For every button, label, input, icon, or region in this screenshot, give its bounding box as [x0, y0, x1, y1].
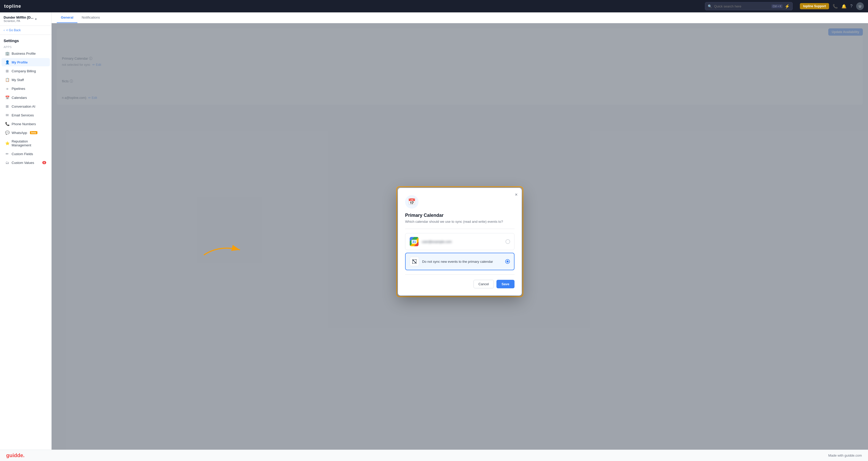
pipelines-icon: ⟛	[5, 87, 9, 91]
bottom-bar: guidde. Made with guidde.com	[0, 450, 868, 461]
sidebar-item-label: Reputation Management	[11, 140, 46, 147]
sidebar-item-label: Email Services	[11, 113, 34, 117]
email-services-icon: ✉	[5, 113, 9, 117]
settings-title: Settings	[0, 35, 51, 44]
sidebar-item-label: Custom Values	[11, 161, 34, 165]
help-icon[interactable]: ?	[850, 4, 852, 8]
no-sync-label: Do not sync new events to the primary ca…	[422, 260, 502, 264]
reputation-management-icon: ⭐	[5, 141, 9, 145]
conversation-ai-icon: ⊞	[5, 104, 9, 109]
my-profile-icon: 👤	[5, 60, 9, 64]
sidebar: Dunder Mifflin [D... Scranton, PA ▾ ‹ < …	[0, 12, 52, 461]
account-selector[interactable]: Dunder Mifflin [D... Scranton, PA ▾	[0, 12, 51, 26]
top-navigation: topline 🔍 Ctrl + K ⚡ topline Support 📞 🔔…	[0, 0, 868, 12]
modal-icon: 📅	[405, 195, 418, 209]
arrow-svg	[199, 240, 245, 260]
sidebar-item-label: Calendars	[11, 96, 27, 100]
company-billing-icon: ⊞	[5, 69, 9, 73]
modal-title: Primary Calendar	[405, 213, 515, 218]
sidebar-item-calendars[interactable]: 📅 Calendars	[2, 93, 50, 102]
calendar-icon: 📅	[408, 198, 416, 206]
modal-highlight-border: × 📅 Primary Calendar Which calendar shou…	[396, 186, 523, 297]
google-calendar-radio[interactable]	[505, 239, 510, 244]
modal-overlay: × 📅 Primary Calendar Which calendar shou…	[52, 23, 868, 460]
google-calendar-icon: 31	[409, 237, 419, 246]
sidebar-item-email-services[interactable]: ✉ Email Services	[2, 111, 50, 119]
sidebar-item-label: Business Profile	[11, 52, 36, 56]
modal-actions: Cancel Save	[405, 280, 515, 288]
modal-subtitle: Which calendar should we use to sync (re…	[405, 220, 515, 223]
modal-container: × 📅 Primary Calendar Which calendar shou…	[396, 186, 523, 297]
beta-badge: beta	[30, 131, 37, 134]
no-sync-icon	[410, 257, 419, 266]
apps-category: Apps	[0, 44, 51, 49]
save-button[interactable]: Save	[496, 280, 515, 288]
whatsapp-icon: 💬	[5, 131, 9, 135]
main-layout: Dunder Mifflin [D... Scranton, PA ▾ ‹ < …	[0, 0, 868, 461]
sidebar-item-label: My Profile	[11, 60, 28, 64]
chevron-down-icon: ▾	[35, 17, 37, 21]
custom-values-icon: 🗂	[5, 160, 9, 165]
sidebar-item-pipelines[interactable]: ⟛ Pipelines	[2, 84, 50, 93]
search-input[interactable]	[714, 4, 769, 8]
guidde-logo: guidde.	[6, 453, 25, 458]
lightning-icon: ⚡	[785, 4, 790, 9]
phone-icon[interactable]: 📞	[833, 4, 838, 9]
sidebar-item-label: WhatsApp	[11, 131, 27, 135]
search-bar[interactable]: 🔍 Ctrl + K ⚡	[705, 2, 793, 10]
sidebar-item-custom-fields[interactable]: ✏ Custom Fields	[2, 150, 50, 158]
calendar-option-no-sync[interactable]: Do not sync new events to the primary ca…	[405, 253, 515, 270]
bottom-credit: Made with guidde.com	[828, 454, 862, 457]
tab-general[interactable]: General	[57, 12, 78, 23]
sidebar-item-phone-numbers[interactable]: 📞 Phone Numbers	[2, 120, 50, 128]
calendar-option-google[interactable]: 31 user@example.com	[405, 233, 515, 250]
avatar[interactable]: U	[856, 2, 864, 10]
sidebar-item-label: My Staff	[11, 78, 24, 82]
primary-calendar-modal: × 📅 Primary Calendar Which calendar shou…	[398, 188, 522, 296]
sidebar-item-label: Conversation AI	[11, 104, 35, 109]
main-area: General Notifications Update Availabilit…	[52, 12, 868, 461]
search-icon: 🔍	[708, 4, 712, 8]
sidebar-item-conversation-ai[interactable]: ⊞ Conversation AI	[2, 102, 50, 111]
sidebar-item-my-profile[interactable]: 👤 My Profile	[2, 58, 50, 66]
phone-numbers-icon: 📞	[5, 122, 9, 126]
sidebar-item-custom-values[interactable]: 🗂 Custom Values 6	[2, 158, 50, 167]
chevron-left-icon: ‹	[4, 28, 5, 32]
sidebar-item-business-profile[interactable]: 🏢 Business Profile	[2, 49, 50, 58]
no-sync-svg	[411, 258, 417, 264]
sidebar-item-whatsapp[interactable]: 💬 WhatsApp beta	[2, 128, 50, 137]
arrow-annotation	[199, 240, 245, 261]
account-name: Dunder Mifflin [D...	[4, 16, 34, 19]
modal-close-button[interactable]: ×	[515, 192, 518, 197]
cancel-button[interactable]: Cancel	[473, 280, 494, 288]
support-button[interactable]: topline Support	[800, 3, 829, 9]
sidebar-item-label: Custom Fields	[11, 152, 33, 156]
tab-notifications[interactable]: Notifications	[78, 12, 104, 23]
calendar-option-google-text: user@example.com	[422, 240, 502, 244]
bell-icon[interactable]: 🔔	[841, 4, 846, 9]
no-sync-radio[interactable]	[505, 259, 510, 264]
app-logo: topline	[4, 4, 21, 9]
modal-divider-bottom	[405, 274, 515, 275]
search-shortcut: Ctrl + K	[772, 4, 783, 8]
business-profile-icon: 🏢	[5, 51, 9, 56]
calendars-icon: 📅	[5, 95, 9, 100]
custom-values-badge: 6	[42, 161, 46, 164]
sidebar-item-label: Company Billing	[11, 69, 36, 73]
main-tabs: General Notifications	[52, 12, 868, 23]
sidebar-item-reputation-management[interactable]: ⭐ Reputation Management	[2, 137, 50, 149]
sidebar-item-company-billing[interactable]: ⊞ Company Billing	[2, 67, 50, 75]
sidebar-item-label: Pipelines	[11, 87, 25, 91]
main-content: Update Availability Primary Calendar ⓘ n…	[52, 23, 868, 460]
my-staff-icon: 📋	[5, 78, 9, 82]
sidebar-item-my-staff[interactable]: 📋 My Staff	[2, 75, 50, 84]
custom-fields-icon: ✏	[5, 152, 9, 156]
nav-actions: topline Support 📞 🔔 ? U	[800, 2, 864, 10]
sidebar-item-label: Phone Numbers	[11, 122, 36, 126]
go-back-link[interactable]: ‹ < Go Back	[0, 26, 51, 35]
account-location: Scranton, PA	[4, 19, 34, 23]
